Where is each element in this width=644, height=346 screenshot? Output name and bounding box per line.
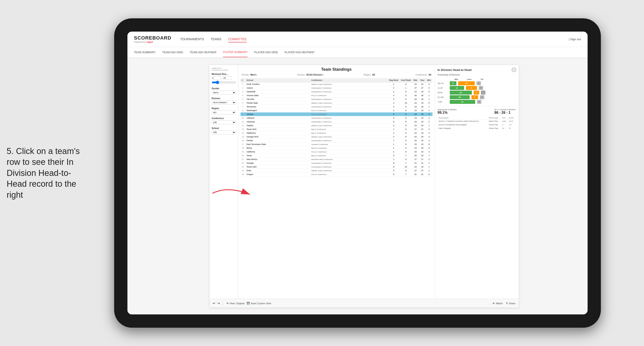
filter-region-label: Region <box>212 107 236 110</box>
cell-tour: 23 <box>419 120 426 124</box>
table-row[interactable]: 13 Texas Tech Big 12 Conference 1 9 27 2… <box>240 128 432 131</box>
cell-tour: 24 <box>419 124 426 128</box>
table-row[interactable]: 17 East Tennessee State Southern Confere… <box>240 143 432 146</box>
table-row[interactable]: 3 Vanderbilt Southeastern Conference 2 8… <box>240 90 432 94</box>
filter-min-rounds-slider[interactable] <box>212 81 236 84</box>
table-row[interactable]: 7 Tennessee Southeastern Conference 4 6 … <box>240 105 432 109</box>
cell-win: 8 <box>426 143 432 146</box>
cell-conf-rank: 8 <box>400 150 412 154</box>
cell-conference: Southern Conference <box>310 143 388 146</box>
cell-conference: Big Ten Conference <box>310 146 388 150</box>
cell-rank: 5 <box>240 97 245 101</box>
sub-nav-player-summary[interactable]: PLAYER SUMMARY <box>223 47 248 57</box>
sub-nav-team-h2h-heatmap[interactable]: TEAM H2H HEATMAP <box>190 48 216 57</box>
eye-icon: 👁 <box>226 302 229 305</box>
cell-conf-rank: 8 <box>400 124 412 128</box>
cell-conf-rank: 6 <box>400 105 412 109</box>
cell-conf-rank: 9 <box>400 128 412 131</box>
filter-conference-select[interactable]: (All) <box>212 120 236 124</box>
cell-tour: 27 <box>419 86 426 90</box>
table-row[interactable]: 10 Alabama Southeastern Conference 5 8 2… <box>240 116 432 120</box>
cell-rank: 22 <box>240 161 245 165</box>
nav-committee[interactable]: COMMITTEE <box>228 36 247 42</box>
nav-tournaments[interactable]: TOURNAMENTS <box>180 36 204 42</box>
nav-teams[interactable]: TEAMS <box>210 36 221 42</box>
table-row[interactable]: 18 Illinois Big Ten Conference 1 9 23 23… <box>240 146 432 150</box>
cell-win: 0 <box>426 173 432 176</box>
filter-division-select[interactable]: NCAA Division I <box>212 101 236 105</box>
cell-rds: 21 <box>412 161 419 165</box>
table-row[interactable]: 21 New Mexico Mountain West Conference 1… <box>240 158 432 161</box>
table-row[interactable]: 9 Arizona Pac-12 Conference 5 8 23 23 3 <box>240 112 432 116</box>
filter-min-rounds-max-input[interactable] <box>223 76 232 80</box>
record-label: W-L-T record in-division: <box>494 109 516 111</box>
watch-button[interactable]: 👁 Watch <box>492 302 503 305</box>
sub-nav-player-h2h-heatmap[interactable]: PLAYER H2H HEATMAP <box>285 48 314 57</box>
cell-rds: 21 <box>412 173 419 176</box>
table-row[interactable]: 8 Washington Pac-12 Conference 2 8 23 23… <box>240 109 432 112</box>
cell-rds: 23 <box>412 116 419 120</box>
sub-nav-team-h2h-grid[interactable]: TEAM H2H GRID <box>162 48 183 57</box>
filter-gender-select[interactable]: Men's <box>212 91 236 95</box>
table-row[interactable]: 5 Ole Miss Southeastern Conference 3 6 1… <box>240 97 432 101</box>
cell-conf-rank: 8 <box>400 135 412 139</box>
table-row[interactable]: 24 Duke Atlantic Coast Conference 5 9 27… <box>240 169 432 173</box>
cell-reg-rank: 4 <box>388 150 400 154</box>
table-row[interactable]: 4 Arizona State Pac-12 Conference 4 6 26… <box>240 94 432 97</box>
table-row[interactable]: 23 Texas A&M Southeastern Conference 9 1… <box>240 165 432 169</box>
table-row[interactable]: 20 Texas Big 12 Conference 3 7 20 20 7 <box>240 154 432 158</box>
cell-conf-rank: 9 <box>400 146 412 150</box>
cell-win: 3 <box>426 116 432 120</box>
table-row[interactable]: 16 Florida Southeastern Conference 7 9 2… <box>240 139 432 143</box>
h2h-win-51100: 20 <box>450 95 470 99</box>
table-row[interactable]: 11 Arkansas Southeastern Conference 6 8 … <box>240 120 432 124</box>
filter-school-select[interactable]: (All) <box>212 130 236 134</box>
table-row[interactable]: 2 Auburn Southeastern Conference 2 1 27 … <box>240 86 432 90</box>
table-row[interactable]: 6 Florida State Atlantic Coast Conferenc… <box>240 101 432 105</box>
filter-conference-label: Conference <box>212 117 236 120</box>
table-row[interactable]: 25 Oregon Pac-12 Conference 5 7 21 21 0 <box>240 173 432 176</box>
sub-nav-team-summary[interactable]: TEAM SUMMARY <box>134 48 156 57</box>
table-row[interactable]: 1 North Carolina Atlantic Coast Conferen… <box>240 82 432 86</box>
opponents-label: Opponents in division: <box>438 109 457 111</box>
cell-tour: 23 <box>419 109 426 112</box>
h2h-header: In Division Head-to-Head ✕ <box>438 68 516 72</box>
cell-school: Tennessee <box>245 105 310 109</box>
redo-button[interactable]: ↪ <box>218 302 220 305</box>
loss-col-header: Loss <box>464 78 475 80</box>
table-row[interactable]: 15 Georgia Tech Atlantic Coast Conferenc… <box>240 135 432 139</box>
filter-min-rounds-label: Minimum Rou... <box>212 73 236 75</box>
cell-conf-rank: 8 <box>400 116 412 120</box>
view-original-button[interactable]: 👁 View: Original <box>226 302 245 305</box>
share-button[interactable]: ⬆ Share <box>506 302 515 305</box>
tourn-score: -17 <box>508 123 516 127</box>
cell-reg-rank: 2 <box>388 101 400 105</box>
save-custom-button[interactable]: 💾 Save Custom View <box>247 302 271 305</box>
record-value: 86 - 26 - 1 <box>494 111 516 115</box>
h2h-range-top10: Top 10 <box>438 82 450 84</box>
tourn-col-event-type: Event Type <box>488 116 501 120</box>
h2h-close-button[interactable]: ✕ <box>512 68 516 72</box>
sign-out-button[interactable]: | Sign out <box>569 37 581 41</box>
h2h-range-100plus: >100 <box>438 101 450 103</box>
sub-nav-player-h2h-grid[interactable]: PLAYER H2H GRID <box>254 48 278 57</box>
h2h-row-51100: 51-100 20 3 0 <box>438 95 516 99</box>
cell-school: Texas Tech <box>245 128 310 131</box>
cell-conf-rank: 6 <box>400 94 412 97</box>
tourn-pos: 11 <box>501 127 508 130</box>
cell-conf-rank: 8 <box>400 112 412 116</box>
tourn-score: 2-3-0 <box>508 120 516 123</box>
cell-conf-rank: 6 <box>400 97 412 101</box>
h2h-tie-1125: 0 <box>479 86 483 90</box>
filter-min-rounds-input[interactable] <box>212 76 220 80</box>
undo-button[interactable]: ↩ <box>213 302 215 305</box>
cell-rank: 7 <box>240 105 245 109</box>
share-label: Share <box>509 302 515 305</box>
table-row[interactable]: 19 California Pac-12 Conference 4 8 24 2… <box>240 150 432 154</box>
filter-region-select[interactable]: N/A <box>212 111 236 114</box>
table-row[interactable]: 22 Georgia Southeastern Conference 8 7 2… <box>240 161 432 165</box>
table-row[interactable]: 12 Virginia Atlantic Coast Conference 3 … <box>240 124 432 128</box>
table-row[interactable]: 14 Oklahoma Big 12 Conference 2 9 24 24 … <box>240 131 432 135</box>
cell-reg-rank: 2 <box>388 109 400 112</box>
cell-reg-rank: 4 <box>388 94 400 97</box>
